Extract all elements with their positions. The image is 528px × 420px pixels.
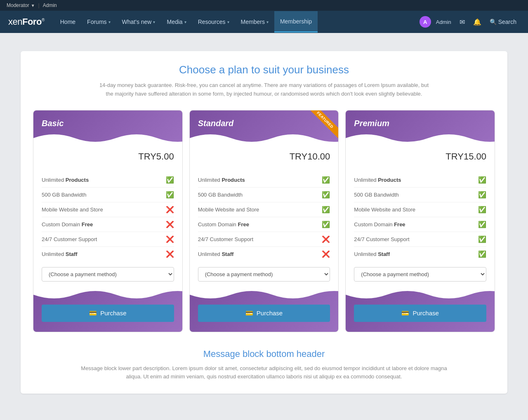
plan-footer-wave-premium [346,288,495,302]
nav-item-home[interactable]: Home [54,11,81,33]
nav-item-members[interactable]: Members ▾ [235,11,274,33]
plan-wave-premium [346,131,495,145]
feature-basic-0: Unlimited Products✅ [42,173,174,188]
bottom-section: Message block bottom header Message bloc… [33,345,495,382]
plan-header-standard: Standard FEATURED [190,110,339,145]
plans-grid: Basic TRY5.00 Unlimited Products✅ 500 GB… [33,110,495,332]
plan-body-standard: TRY10.00 Unlimited Products✅ 500 GB Band… [190,145,339,288]
search-icon: 🔍 [490,19,497,25]
purchase-label-basic: Purchase [100,310,126,317]
feature-standard-2: Mobile Website and Store✅ [198,202,330,217]
topbar-separator: | [38,2,40,8]
payment-select-standard[interactable]: (Choose a payment method) [198,267,330,282]
feature-standard-1: 500 GB Bandwidth✅ [198,188,330,202]
nav-item-whatsnew[interactable]: What's new ▾ [116,11,161,33]
plan-card-standard: Standard FEATURED TRY10.00 Unlimited Pro… [189,110,339,332]
topbar: Moderator ▼ | Admin [0,0,528,11]
avatar[interactable]: A [420,16,431,28]
feature-standard-0: Unlimited Products✅ [198,173,330,188]
nav-item-media[interactable]: Media ▾ [161,11,192,33]
plan-price-basic: TRY5.00 [42,151,174,166]
topbar-admin-label: Admin [43,2,57,8]
nav-item-membership[interactable]: Membership [274,11,318,33]
plan-title-premium: Premium [354,119,486,128]
feature-basic-5: Unlimited Staff❌ [42,247,174,261]
plan-footer-basic: 💳 Purchase [33,288,182,332]
notifications-icon[interactable]: 🔔 [470,18,485,26]
nav-item-resources[interactable]: Resources ▾ [192,11,235,33]
plan-card-premium: Premium TRY15.00 Unlimited Products✅ 500… [345,110,495,332]
plan-footer-premium: 💳 Purchase [346,288,495,332]
whatsnew-arrow-icon: ▾ [153,20,155,24]
plan-price-standard: TRY10.00 [198,151,330,166]
bottom-description: Message block lower part description. Lo… [78,364,450,382]
feature-premium-2: Mobile Website and Store✅ [354,202,486,217]
plan-header-premium: Premium [346,110,495,145]
payment-select-premium[interactable]: (Choose a payment method) [354,267,486,282]
purchase-button-basic[interactable]: 💳 Purchase [42,305,174,322]
admin-name[interactable]: Admin [433,19,455,25]
navbar: xenForo® Home Forums ▾ What's new ▾ Medi… [0,11,528,33]
card-icon-basic: 💳 [89,310,97,317]
plan-price-premium: TRY15.00 [354,151,486,166]
hero-section: Choose a plan to suit your business 14-d… [33,63,495,99]
feature-premium-1: 500 GB Bandwidth✅ [354,188,486,202]
plan-features-standard: Unlimited Products✅ 500 GB Bandwidth✅ Mo… [198,173,330,261]
plan-footer-wave-basic [33,288,182,302]
topbar-arrow-icon: ▼ [31,3,35,8]
feature-basic-3: Custom Domain Free❌ [42,217,174,232]
plan-title-standard: Standard [198,119,330,128]
nav-right: A Admin ✉ 🔔 🔍 Search [420,16,520,28]
search-label: Search [498,19,516,25]
purchase-button-standard[interactable]: 💳 Purchase [198,305,330,322]
plan-wave-standard [190,131,339,145]
forums-arrow-icon: ▾ [108,20,111,24]
members-arrow-icon: ▾ [266,20,269,24]
payment-select-basic[interactable]: (Choose a payment method) [42,267,174,282]
plan-wave-basic [33,131,182,145]
plan-footer-wave-standard [190,288,339,302]
hero-title: Choose a plan to suit your business [33,63,495,76]
plan-footer-standard: 💳 Purchase [190,288,339,332]
topbar-user[interactable]: Moderator ▼ [7,2,35,8]
hero-description: 14-day money back guarantee. Risk-free, … [99,81,429,99]
feature-premium-0: Unlimited Products✅ [354,173,486,188]
feature-standard-3: Custom Domain Free✅ [198,217,330,232]
feature-premium-4: 24/7 Customer Support✅ [354,232,486,247]
feature-premium-3: Custom Domain Free✅ [354,217,486,232]
plan-header-basic: Basic [33,110,182,145]
media-arrow-icon: ▾ [184,20,186,24]
feature-standard-5: Unlimited Staff❌ [198,247,330,261]
feature-basic-4: 24/7 Customer Support❌ [42,232,174,247]
card-icon-premium: 💳 [401,310,409,317]
plan-body-basic: TRY5.00 Unlimited Products✅ 500 GB Bandw… [33,145,182,288]
logo[interactable]: xenForo® [8,11,54,33]
purchase-label-premium: Purchase [412,310,438,317]
feature-basic-2: Mobile Website and Store❌ [42,202,174,217]
search-button[interactable]: 🔍 Search [486,19,520,25]
bottom-title: Message block bottom header [33,349,495,359]
card-icon-standard: 💳 [245,310,253,317]
nav-item-forums[interactable]: Forums ▾ [81,11,116,33]
feature-basic-1: 500 GB Bandwidth✅ [42,188,174,202]
plan-title-basic: Basic [42,119,174,128]
resources-arrow-icon: ▾ [227,20,229,24]
purchase-button-premium[interactable]: 💳 Purchase [354,305,486,322]
feature-premium-5: Unlimited Staff✅ [354,247,486,261]
plan-features-premium: Unlimited Products✅ 500 GB Bandwidth✅ Mo… [354,173,486,261]
messages-icon[interactable]: ✉ [456,18,468,26]
plan-body-premium: TRY15.00 Unlimited Products✅ 500 GB Band… [346,145,495,288]
topbar-moderator-label: Moderator [7,2,29,8]
plan-card-basic: Basic TRY5.00 Unlimited Products✅ 500 GB… [33,110,183,332]
feature-standard-4: 24/7 Customer Support❌ [198,232,330,247]
purchase-label-standard: Purchase [257,310,283,317]
nav-links: Home Forums ▾ What's new ▾ Media ▾ Resou… [54,11,420,33]
plan-features-basic: Unlimited Products✅ 500 GB Bandwidth✅ Mo… [42,173,174,261]
main-content: Choose a plan to suit your business 14-d… [21,51,507,394]
